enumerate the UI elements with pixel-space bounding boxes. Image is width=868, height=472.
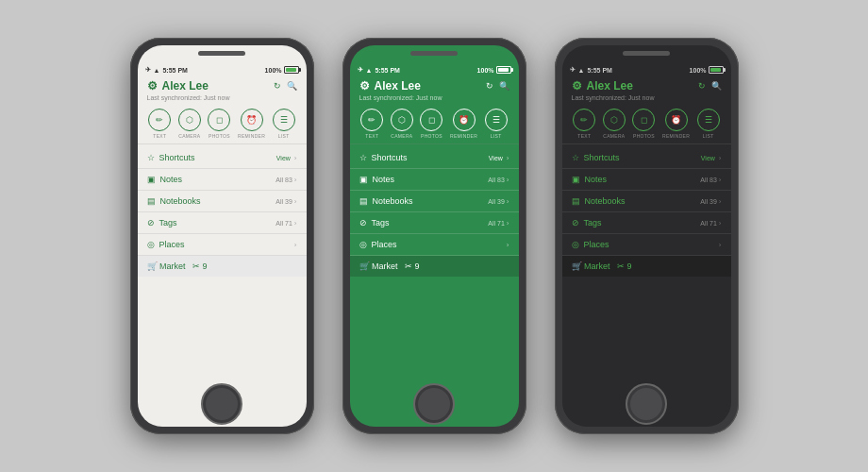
text-icon-light: ✏	[148, 109, 171, 131]
status-time-dark: 5:55 PM	[587, 67, 611, 74]
header-title-light: ⚙ Alex Lee	[147, 79, 209, 93]
status-left-dark: ✈ ▲ 5:55 PM	[570, 66, 612, 74]
tags-label-green: Tags	[372, 218, 390, 228]
quick-btn-photos-dark[interactable]: ◻ PHOTOS	[632, 109, 655, 139]
notebooks-count-light: All 39	[275, 198, 292, 205]
market-item-light[interactable]: 🛒 Market ✂ 9	[138, 256, 307, 277]
quick-btn-reminder-light[interactable]: ⏰ REMINDER	[238, 109, 265, 139]
places-left-green: ◎ Places	[359, 240, 397, 249]
shortcuts-label-green: Shortcuts	[372, 153, 408, 162]
notes-count-green: All 83	[488, 177, 505, 183]
sync-icon-light[interactable]: ↻	[274, 81, 281, 91]
status-right-green: 100%	[477, 66, 511, 74]
wifi-icon-green: ▲	[366, 67, 373, 74]
notebooks-left-light: ▤ Notebooks	[147, 196, 201, 206]
tags-icon-dark: ⊘	[572, 218, 579, 228]
quick-btn-text-dark[interactable]: ✏ TEXT	[573, 109, 595, 139]
quick-btn-list-dark[interactable]: ☰ LIST	[697, 109, 720, 139]
notes-label-green: Notes	[373, 175, 395, 184]
notes-item-green[interactable]: ▣ Notes All 83 ›	[350, 169, 519, 191]
quick-btn-reminder-green[interactable]: ⏰ REMINDER	[450, 109, 477, 139]
quick-btn-camera-green[interactable]: ⬡ CAMERA	[391, 109, 413, 139]
sync-icon-green[interactable]: ↻	[486, 81, 493, 91]
phone-light: ✈ ▲ 5:55 PM 100% ⚙ Alex Lee ↻ 🔍	[130, 38, 314, 434]
search-icon-light[interactable]: 🔍	[287, 81, 297, 91]
status-bar-light: ✈ ▲ 5:55 PM 100%	[138, 64, 307, 76]
quick-btn-camera-light[interactable]: ⬡ CAMERA	[178, 109, 201, 139]
battery-pct-green: 100%	[477, 67, 494, 74]
sync-icon-dark[interactable]: ↻	[698, 81, 706, 91]
quick-btn-camera-dark[interactable]: ⬡ CAMERA	[603, 109, 626, 139]
notes-left-green: ▣ Notes	[359, 175, 395, 184]
notes-item-dark[interactable]: ▣ Notes All 83 ›	[562, 169, 731, 191]
photos-icon-green: ◻	[420, 109, 442, 131]
camera-label-dark: CAMERA	[603, 133, 625, 139]
list-icon-light: ☰	[273, 109, 295, 131]
header-dark: ⚙ Alex Lee ↻ 🔍	[562, 76, 731, 94]
status-left-green: ✈ ▲ 5:55 PM	[358, 66, 400, 74]
phone-frame-light: ✈ ▲ 5:55 PM 100% ⚙ Alex Lee ↻ 🔍	[130, 38, 314, 434]
notebooks-item-light[interactable]: ▤ Notebooks All 39 ›	[138, 191, 307, 212]
notebooks-label-light: Notebooks	[160, 196, 201, 206]
tags-left-dark: ⊘ Tags	[572, 218, 602, 228]
shortcuts-icon-green: ☆	[359, 153, 367, 162]
market-item-dark[interactable]: 🛒 Market ✂ 9	[562, 256, 731, 277]
search-icon-dark[interactable]: 🔍	[711, 81, 722, 91]
places-right-light: ›	[294, 241, 297, 249]
phone-frame-green: ✈ ▲ 5:55 PM 100% ⚙ Alex Lee ↻ 🔍	[342, 38, 526, 434]
quick-btn-text-light[interactable]: ✏ TEXT	[148, 109, 171, 139]
status-time-green: 5:55 PM	[375, 67, 399, 74]
gear-icon-green: ⚙	[359, 79, 370, 93]
notebooks-icon-light: ▤	[147, 196, 156, 206]
notebooks-right-dark: All 39 ›	[700, 197, 721, 206]
quick-buttons-dark: ✏ TEXT ⬡ CAMERA ◻ PHOTOS ⏰ REMINDER ☰	[562, 104, 731, 144]
text-label-light: TEXT	[153, 133, 166, 139]
market-text-dark: 🛒 Market ✂ 9	[572, 261, 632, 271]
tags-count-light: All 71	[275, 220, 292, 227]
user-name-dark: Alex Lee	[587, 79, 633, 93]
tags-chevron-dark: ›	[719, 219, 722, 228]
tags-item-light[interactable]: ⊘ Tags All 71 ›	[138, 212, 307, 234]
tags-item-green[interactable]: ⊘ Tags All 71 ›	[350, 212, 519, 234]
notebooks-item-dark[interactable]: ▤ Notebooks All 39 ›	[562, 191, 731, 212]
reminder-icon-dark: ⏰	[665, 109, 688, 131]
shortcuts-item-dark[interactable]: ☆ Shortcuts View ›	[562, 147, 731, 169]
quick-btn-photos-green[interactable]: ◻ PHOTOS	[420, 109, 442, 139]
shortcuts-item-green[interactable]: ☆ Shortcuts View ›	[350, 147, 519, 169]
quick-btn-list-green[interactable]: ☰ LIST	[485, 109, 508, 139]
phone-green: ✈ ▲ 5:55 PM 100% ⚙ Alex Lee ↻ 🔍	[342, 38, 526, 434]
quick-btn-text-green[interactable]: ✏ TEXT	[360, 109, 383, 139]
places-left-light: ◎ Places	[147, 240, 185, 249]
airplane-icon-dark: ✈	[570, 66, 576, 74]
tags-item-dark[interactable]: ⊘ Tags All 71 ›	[562, 212, 731, 234]
quick-btn-reminder-dark[interactable]: ⏰ REMINDER	[662, 109, 690, 139]
list-label-green: LIST	[491, 133, 502, 139]
list-label-dark: LIST	[703, 133, 714, 139]
notes-item-light[interactable]: ▣ Notes All 83 ›	[138, 169, 307, 191]
quick-buttons-light: ✏ TEXT ⬡ CAMERA ◻ PHOTOS ⏰ REMINDER ☰	[138, 104, 307, 144]
list-icon-dark: ☰	[697, 109, 720, 131]
search-icon-green[interactable]: 🔍	[499, 81, 509, 91]
places-item-dark[interactable]: ◎ Places ›	[562, 234, 731, 256]
market-item-green[interactable]: 🛒 Market ✂ 9	[350, 256, 519, 277]
tags-count-green: All 71	[488, 220, 505, 227]
notebooks-right-light: All 39 ›	[275, 197, 296, 206]
notes-label-dark: Notes	[585, 175, 608, 184]
notebooks-icon-dark: ▤	[572, 196, 580, 206]
gear-icon-light: ⚙	[147, 79, 158, 93]
quick-btn-photos-light[interactable]: ◻ PHOTOS	[208, 109, 230, 139]
quick-btn-list-light[interactable]: ☰ LIST	[273, 109, 295, 139]
notebooks-item-green[interactable]: ▤ Notebooks All 39 ›	[350, 191, 519, 212]
camera-icon-light: ⬡	[178, 109, 201, 131]
shortcuts-left-dark: ☆ Shortcuts	[572, 153, 620, 162]
notebooks-chevron-dark: ›	[719, 197, 722, 206]
places-item-light[interactable]: ◎ Places ›	[138, 234, 307, 256]
notes-right-green: All 83 ›	[488, 176, 509, 184]
notes-right-dark: All 83 ›	[700, 176, 721, 184]
places-item-green[interactable]: ◎ Places ›	[350, 234, 519, 256]
shortcuts-label-light: Shortcuts	[159, 153, 195, 162]
camera-label-light: CAMERA	[178, 133, 200, 139]
shortcuts-right-dark: View ›	[701, 154, 722, 162]
status-right-dark: 100%	[690, 66, 724, 74]
shortcuts-item-light[interactable]: ☆ Shortcuts View ›	[138, 147, 307, 169]
